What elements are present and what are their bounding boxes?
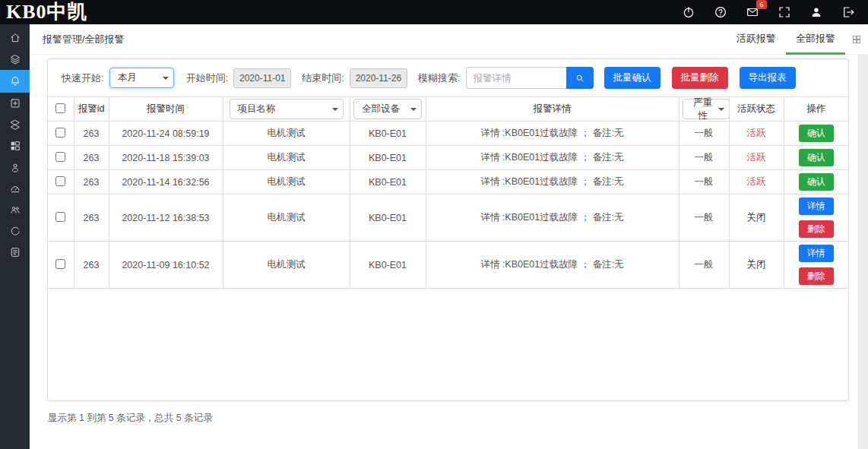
main-content: 快速开始: 本月 开始时间: 结束时间: 模糊搜索: 批量确认 批量删除 导出报… [30, 55, 857, 449]
row-checkbox[interactable] [55, 212, 65, 222]
end-date-input[interactable] [350, 68, 407, 88]
search-icon [575, 73, 584, 84]
tab-active-alarms[interactable]: 活跃报警 [727, 24, 786, 55]
export-report-button[interactable]: 导出报表 [740, 67, 796, 89]
log-list-icon [9, 246, 21, 258]
grid-icon [9, 140, 21, 152]
alarm-detail: 详情 :KB0E01过载故障 ； 备注:无 [426, 170, 679, 194]
detail-button[interactable]: 详情 [799, 245, 834, 262]
help-icon[interactable] [713, 5, 728, 20]
table-row: 2632020-11-14 16:32:56电机测试KB0-E01详情 :KB0… [48, 170, 848, 194]
page-header: 报警管理/全部报警 活跃报警 全部报警 [30, 24, 868, 55]
chevron-down-icon [163, 77, 169, 80]
severity: 一般 [679, 122, 729, 146]
table-row: 2632020-11-12 16:38:53电机测试KB0-E01详情 :KB0… [48, 194, 848, 242]
status-badge: 活跃 [729, 170, 784, 194]
table-row: 2632020-11-09 16:10:52电机测试KB0-E01详情 :KB0… [48, 242, 848, 289]
alarm-id: 263 [74, 146, 109, 170]
logout-icon[interactable] [841, 5, 856, 20]
select-all-checkbox[interactable] [55, 103, 65, 113]
row-operations: 详情删除 [784, 194, 848, 242]
sidebar-item-add-device[interactable] [0, 93, 30, 114]
alarm-detail: 详情 :KB0E01过载故障 ； 备注:无 [426, 122, 679, 146]
alarm-table: 报警id 报警时间 项目名称 全部设备 报警详情 [48, 96, 848, 289]
sidebar-item-members[interactable] [0, 157, 30, 178]
fuzzy-search-label: 模糊搜索: [418, 71, 461, 85]
table-header-row: 报警id 报警时间 项目名称 全部设备 报警详情 [48, 97, 848, 122]
status-badge: 关闭 [729, 242, 784, 289]
sidebar-item-home[interactable] [0, 27, 30, 49]
project-name: 电机测试 [223, 194, 350, 242]
search-button[interactable] [566, 67, 594, 89]
sidebar-item-logs[interactable] [0, 242, 30, 263]
col-alarm-time: 报警时间 [109, 97, 223, 122]
scrollbar-track[interactable] [858, 55, 868, 449]
device-name: KB0-E01 [350, 146, 426, 170]
person-pin-icon [9, 161, 21, 173]
chevron-down-icon [332, 108, 338, 111]
search-input[interactable] [466, 67, 566, 89]
sidebar-item-dashboard[interactable] [0, 178, 30, 199]
row-checkbox[interactable] [55, 128, 65, 138]
search-input-group [466, 67, 598, 89]
quick-start-select[interactable]: 本月 [109, 68, 174, 88]
device-filter-select[interactable]: 全部设备 [353, 99, 422, 119]
batch-delete-button[interactable]: 批量删除 [672, 67, 728, 89]
message-count-badge: 6 [756, 0, 767, 9]
alarm-detail: 详情 :KB0E01过载故障 ； 备注:无 [426, 194, 679, 242]
severity: 一般 [679, 170, 729, 194]
sidebar-item-projects[interactable] [0, 49, 30, 70]
row-operations: 确认 [784, 122, 848, 146]
alarm-id: 263 [74, 242, 109, 289]
confirm-button[interactable]: 确认 [799, 173, 834, 191]
table-body: 2632020-11-24 08:59:19电机测试KB0-E01详情 :KB0… [48, 122, 848, 289]
sidebar-item-users[interactable] [0, 199, 30, 220]
start-time-label: 开始时间: [186, 71, 229, 85]
row-checkbox[interactable] [55, 176, 65, 186]
filter-toolbar: 快速开始: 本月 开始时间: 结束时间: 模糊搜索: 批量确认 批量删除 导出报… [48, 59, 848, 96]
messages-icon[interactable]: 6 [745, 5, 760, 20]
alarm-id: 263 [74, 170, 109, 194]
bell-icon [9, 75, 21, 87]
alarm-tabs: 活跃报警 全部报警 [727, 24, 845, 55]
sidebar-item-alarms[interactable] [0, 70, 30, 93]
power-icon[interactable] [681, 5, 696, 20]
device-name: KB0-E01 [350, 122, 426, 146]
row-operations: 详情删除 [784, 242, 848, 289]
stacked-layers-icon [9, 119, 21, 131]
alarm-time: 2020-11-12 16:38:53 [109, 194, 223, 242]
alarm-detail: 详情 :KB0E01过载故障 ； 备注:无 [426, 242, 679, 289]
record-summary: 显示第 1 到第 5 条记录，总共 5 条记录 [48, 412, 213, 425]
users-group-icon [9, 204, 21, 216]
end-time-label: 结束时间: [302, 71, 344, 85]
alarm-detail: 详情 :KB0E01过载故障 ； 备注:无 [426, 146, 679, 170]
status-badge: 活跃 [729, 146, 784, 170]
view-toggle-icon[interactable] [845, 24, 868, 55]
plus-square-icon [9, 97, 21, 109]
alarm-id: 263 [74, 122, 109, 146]
start-date-input[interactable] [233, 68, 291, 88]
col-operations: 操作 [784, 97, 848, 122]
severity-filter-select[interactable]: 严重性 [683, 99, 730, 119]
detail-button[interactable]: 详情 [799, 198, 834, 215]
home-icon [9, 32, 21, 44]
user-icon[interactable] [809, 5, 824, 20]
project-filter-select[interactable]: 项目名称 [230, 99, 344, 119]
delete-button[interactable]: 删除 [799, 220, 834, 238]
sidebar-item-device-groups[interactable] [0, 114, 30, 135]
chevron-down-icon [718, 108, 724, 111]
batch-confirm-button[interactable]: 批量确认 [604, 67, 661, 89]
tab-all-alarms[interactable]: 全部报警 [786, 24, 845, 55]
confirm-button[interactable]: 确认 [799, 149, 834, 166]
sidebar-item-monitor[interactable] [0, 220, 30, 242]
delete-button[interactable]: 删除 [799, 267, 834, 285]
row-checkbox[interactable] [55, 259, 65, 269]
table-row: 2632020-11-24 08:59:19电机测试KB0-E01详情 :KB0… [48, 122, 848, 146]
row-operations: 确认 [784, 146, 848, 170]
breadcrumb: 报警管理/全部报警 [30, 33, 125, 46]
confirm-button[interactable]: 确认 [799, 125, 834, 142]
fullscreen-icon[interactable] [777, 5, 792, 20]
sidebar-item-modules[interactable] [0, 135, 30, 157]
alarm-time: 2020-11-18 15:39:03 [109, 146, 223, 170]
row-checkbox[interactable] [55, 152, 65, 162]
